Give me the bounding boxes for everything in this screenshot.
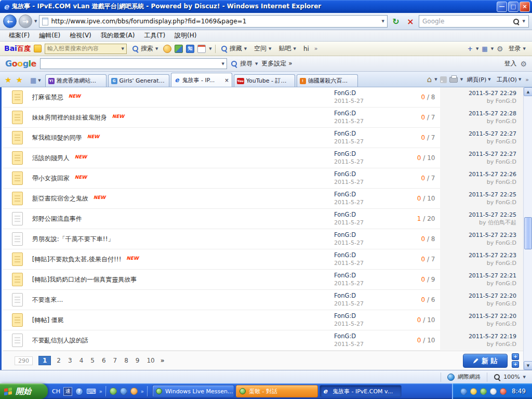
volume-icon[interactable] bbox=[490, 388, 497, 395]
baidu-search-dropdown-icon[interactable]: ▼ bbox=[155, 47, 158, 51]
vertical-scrollbar[interactable]: ▲ ▼ bbox=[523, 87, 532, 370]
address-dropdown-icon[interactable]: ▼ bbox=[382, 19, 384, 23]
lastpost-author-link[interactable]: by FonG:D bbox=[487, 198, 516, 206]
menu-favorites[interactable]: 我的最愛(A) bbox=[96, 31, 140, 41]
baidu-app-icon[interactable] bbox=[34, 45, 42, 52]
maximize-button[interactable]: □ bbox=[508, 2, 518, 12]
tab-girls-generation[interactable]: G Girls' Generation... bbox=[108, 74, 169, 87]
thread-author-link[interactable]: FonG:D bbox=[334, 272, 412, 280]
baidu-search-input[interactable]: 輸入想要搜索的內容 ▼ bbox=[45, 44, 127, 54]
baidu-fav-button[interactable]: 搜藏 ▼ bbox=[219, 43, 249, 54]
favorites-button[interactable]: ★ bbox=[3, 75, 13, 87]
start-button[interactable]: 開始 bbox=[0, 383, 48, 399]
address-bar[interactable]: http://www.ipve.com/bbs/forumdisplay.php… bbox=[39, 15, 388, 28]
minimize-button[interactable]: — bbox=[497, 2, 507, 12]
thread-author-link[interactable]: FonG:D bbox=[334, 130, 412, 138]
print-icon[interactable] bbox=[449, 77, 458, 83]
page-number[interactable]: 9 bbox=[136, 357, 140, 364]
baidu-settings-icon[interactable]: ⚙ bbox=[497, 45, 503, 53]
lastpost-time-link[interactable]: 2011-5-27 22:23 bbox=[469, 231, 516, 239]
lastpost-author-link[interactable]: by FonG:D bbox=[487, 320, 516, 328]
lastpost-author-link[interactable]: by FonG:D bbox=[487, 259, 516, 267]
thread-title-link[interactable]: 男朋友說:「千萬不要下車!!」 bbox=[32, 235, 114, 243]
baidu-apps-dropdown-icon[interactable]: ▼ bbox=[491, 47, 494, 51]
lastpost-time-link[interactable]: 2011-5-27 22:21 bbox=[469, 272, 516, 280]
lastpost-author-link[interactable]: by FonG:D bbox=[487, 158, 516, 166]
lastpost-time-link[interactable]: 2011-5-27 22:28 bbox=[469, 110, 516, 117]
update-tray-icon[interactable] bbox=[470, 388, 477, 395]
lastpost-time-link[interactable]: 2011-5-27 22:25 bbox=[469, 211, 516, 219]
lastpost-time-link[interactable]: 2011-5-27 22:20 bbox=[469, 292, 516, 300]
page-number[interactable]: 7 bbox=[113, 357, 117, 364]
quick-tabs-button[interactable]: ▦ ▼ bbox=[29, 76, 44, 87]
page-menu[interactable]: 網頁(P) ▼ bbox=[466, 76, 493, 84]
zoom-control[interactable]: 100% ▼ bbox=[487, 373, 532, 382]
thread-title-link[interactable]: 郊野公園流血事件 bbox=[32, 215, 82, 222]
tab-close-icon[interactable]: × bbox=[224, 77, 229, 83]
baidu-more-dropdown-icon[interactable]: ▼ bbox=[209, 47, 211, 51]
lastpost-time-link[interactable]: 2011-5-27 22:27 bbox=[469, 130, 516, 138]
forward-button[interactable]: → bbox=[19, 15, 32, 28]
quicklaunch-ie-icon[interactable] bbox=[120, 388, 127, 395]
menu-help[interactable]: 說明(H) bbox=[170, 31, 201, 41]
page-number[interactable]: 10 bbox=[147, 357, 154, 364]
thread-author-link[interactable]: FonG:D bbox=[334, 150, 412, 158]
thread-author-link[interactable]: FonG:D bbox=[334, 332, 412, 340]
google-login-button[interactable]: 登入 bbox=[504, 59, 516, 68]
antivirus-tray-icon[interactable] bbox=[500, 388, 507, 395]
google-search-input[interactable]: ▼ bbox=[40, 58, 227, 69]
lastpost-author-link[interactable]: by FonG:D bbox=[487, 178, 516, 186]
thread-title-link[interactable]: [轉帖] 僵屍 bbox=[32, 316, 64, 324]
lastpost-author-link[interactable]: by 伯伯鳥不起 bbox=[479, 219, 516, 227]
scrollbar-thumb[interactable] bbox=[524, 217, 532, 249]
google-settings-icon[interactable]: ⚙ bbox=[520, 60, 527, 68]
thread-author-link[interactable]: FonG:D bbox=[334, 170, 412, 178]
tab-germany[interactable]: ! 德國屠殺六百... bbox=[297, 74, 358, 87]
language-bar-options-icon[interactable]: » bbox=[99, 389, 102, 394]
baidu-hi-button[interactable]: hi bbox=[301, 44, 311, 54]
page-number[interactable]: 8 bbox=[124, 357, 128, 364]
google-input-dropdown-icon[interactable]: ▼ bbox=[222, 62, 224, 66]
tab-youtube[interactable]: You YouTube - 訂閱... bbox=[234, 74, 295, 87]
home-icon[interactable]: ⌂ bbox=[427, 75, 432, 84]
language-indicator[interactable]: CH bbox=[52, 388, 60, 395]
quicklaunch-app-icon[interactable] bbox=[130, 388, 138, 395]
page-number[interactable]: 3 bbox=[68, 357, 72, 364]
baidu-add-icon[interactable]: + bbox=[468, 45, 473, 52]
lastpost-time-link[interactable]: 2011-5-27 22:27 bbox=[469, 150, 516, 158]
google-search-button[interactable]: 搜尋 ▼ bbox=[231, 59, 258, 68]
lastpost-time-link[interactable]: 2011-5-27 22:23 bbox=[469, 251, 516, 259]
baidu-space-button[interactable]: 空间 ▼ bbox=[252, 43, 273, 54]
lastpost-time-link[interactable]: 2011-5-27 22:25 bbox=[469, 191, 516, 198]
thread-author-link[interactable]: FonG:D bbox=[334, 292, 412, 300]
task-ie-ghost-story[interactable]: e 鬼故事 - IPvE.COM v... bbox=[320, 385, 402, 397]
quicklaunch-messenger-icon[interactable] bbox=[110, 388, 117, 395]
clock[interactable]: 8:49 bbox=[512, 388, 526, 395]
menu-view[interactable]: 檢視(V) bbox=[65, 31, 96, 41]
tab-yahoo[interactable]: Y! 雅虎香港網站... bbox=[45, 74, 107, 87]
page-number[interactable]: 2 bbox=[57, 357, 61, 364]
thread-title-link[interactable]: 幫我梳頭髮的同學 bbox=[32, 134, 82, 141]
thread-author-link[interactable]: FonG:D bbox=[334, 89, 412, 97]
google-more-settings[interactable]: 更多設定 » bbox=[261, 59, 292, 68]
thread-title-link[interactable]: 不要進來... bbox=[32, 296, 63, 303]
baidu-login-button[interactable]: 登录 ▼ bbox=[507, 43, 528, 54]
task-windows-live-messenger[interactable]: Windows Live Messen... bbox=[152, 385, 234, 397]
thread-title-link[interactable]: 打麻雀禁忌 bbox=[32, 94, 63, 101]
baidu-overflow-icon[interactable]: » bbox=[314, 45, 318, 52]
task-chat-window[interactable]: 蛋散 - 對話 bbox=[236, 385, 318, 397]
quicklaunch-overflow-icon[interactable]: » bbox=[141, 389, 144, 394]
lastpost-author-link[interactable]: by FonG:D bbox=[487, 117, 516, 125]
close-button[interactable]: × bbox=[520, 2, 530, 12]
new-post-expand-button[interactable]: + bbox=[512, 353, 519, 360]
thread-author-link[interactable]: FonG:D bbox=[334, 211, 412, 219]
tab-ghost-story-active[interactable]: e 鬼故事 - IP... × bbox=[171, 73, 232, 87]
thread-author-link[interactable]: FonG:D bbox=[334, 231, 412, 239]
baidu-input-dropdown-icon[interactable]: ▼ bbox=[122, 47, 124, 51]
bluetooth-tray-icon[interactable] bbox=[460, 388, 467, 395]
baidu-apps-grid-icon[interactable]: ▦ bbox=[482, 45, 487, 52]
page-number[interactable]: 5 bbox=[90, 357, 95, 364]
new-poll-expand-button[interactable]: + bbox=[512, 361, 519, 368]
stop-button[interactable]: × bbox=[404, 15, 417, 28]
baidu-tieba-button[interactable]: 贴吧 ▼ bbox=[276, 43, 298, 54]
